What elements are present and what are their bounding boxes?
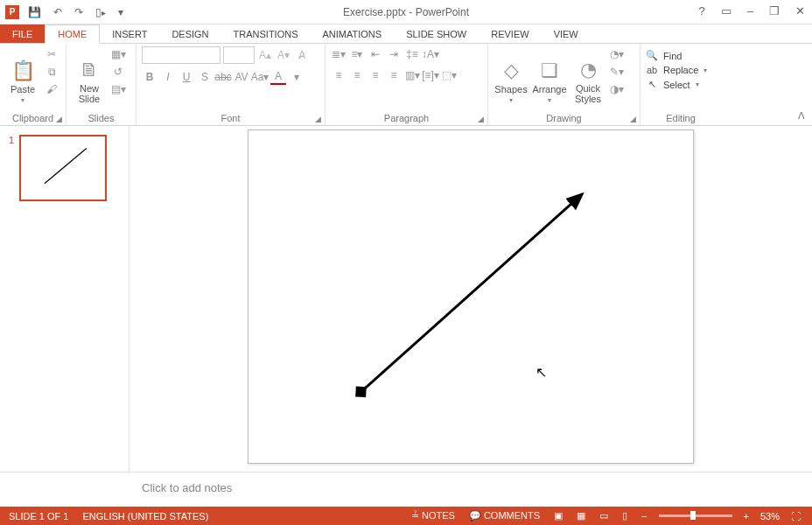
underline-icon[interactable]: U (178, 69, 194, 85)
line-spacing-icon[interactable]: ‡≡ (404, 46, 420, 62)
slide-counter[interactable]: SLIDE 1 OF 1 (9, 511, 68, 522)
copy-icon[interactable]: ⧉ (44, 64, 60, 80)
new-slide-button[interactable]: 🗎 New Slide (72, 46, 107, 104)
work-area: 1 ↖ (0, 126, 812, 472)
quick-styles-button[interactable]: ◔ Quick Styles (570, 46, 606, 104)
comments-button[interactable]: 💬 COMMENTS (466, 510, 542, 522)
select-button[interactable]: ↖Select▾ (646, 79, 716, 90)
thumbnail-preview[interactable] (19, 135, 107, 201)
language-status[interactable]: ENGLISH (UNITED STATES) (82, 511, 208, 522)
tab-file[interactable]: FILE (0, 24, 45, 43)
ribbon: 📋 Paste ▾ ✂ ⧉ 🖌 Clipboard◢ 🗎 New Slide ▦… (0, 44, 812, 126)
find-button[interactable]: 🔍Find (646, 50, 716, 61)
tab-animations[interactable]: ANIMATIONS (311, 24, 395, 43)
slide[interactable]: ↖ (248, 130, 694, 464)
dialog-launcher-icon[interactable]: ◢ (478, 115, 484, 123)
shape-outline-icon[interactable]: ✎▾ (609, 64, 625, 80)
minimize-icon[interactable]: – (744, 3, 757, 19)
numbering-icon[interactable]: ≡▾ (349, 46, 365, 62)
find-icon: 🔍 (646, 50, 658, 61)
text-direction-icon[interactable]: ↕A▾ (423, 46, 438, 62)
canvas-area: ↖ (130, 126, 812, 472)
smartart-icon[interactable]: ⬚▾ (441, 67, 457, 83)
font-color-icon[interactable]: A (270, 69, 286, 85)
shapes-button[interactable]: ◇ Shapes▾ (494, 46, 528, 104)
sorter-view-icon[interactable]: ▦ (574, 510, 588, 522)
paste-button[interactable]: 📋 Paste ▾ (5, 46, 40, 104)
notes-placeholder[interactable]: Click to add notes (142, 481, 800, 494)
help-icon[interactable]: ? (696, 3, 709, 19)
bold-icon[interactable]: B (142, 69, 158, 85)
reset-icon[interactable]: ↺ (110, 64, 126, 80)
tab-home[interactable]: HOME (45, 24, 100, 44)
app-icon: P (5, 5, 19, 19)
start-from-beginning-icon[interactable]: ▯▸ (92, 4, 109, 20)
restore-icon[interactable]: ❐ (766, 3, 783, 19)
tab-slideshow[interactable]: SLIDE SHOW (394, 24, 479, 43)
tab-transitions[interactable]: TRANSITIONS (221, 24, 311, 43)
tab-design[interactable]: DESIGN (159, 24, 220, 43)
arrange-button[interactable]: ❏ Arrange▾ (532, 46, 567, 104)
strikethrough-icon[interactable]: abc (215, 69, 231, 85)
justify-icon[interactable]: ≡ (386, 67, 402, 83)
title-bar: P 💾 ↶ ↷ ▯▸ ▾ Exercise.pptx - PowerPoint … (0, 0, 812, 24)
replace-button[interactable]: abReplace▾ (646, 65, 716, 75)
format-painter-icon[interactable]: 🖌 (44, 81, 60, 97)
ribbon-options-icon[interactable]: ▭ (718, 3, 735, 19)
font-size-combo[interactable] (223, 46, 255, 64)
section-icon[interactable]: ▤▾ (110, 81, 126, 97)
tab-view[interactable]: VIEW (542, 24, 591, 43)
columns-icon[interactable]: ▥▾ (404, 67, 420, 83)
notes-button[interactable]: ≟ NOTES (409, 510, 458, 522)
align-center-icon[interactable]: ≡ (349, 67, 365, 83)
shape-fill-icon[interactable]: ◔▾ (609, 46, 625, 62)
shape-effects-icon[interactable]: ◑▾ (609, 81, 625, 97)
align-left-icon[interactable]: ≡ (331, 67, 346, 83)
dialog-launcher-icon[interactable]: ◢ (315, 115, 321, 123)
decrease-indent-icon[interactable]: ⇤ (368, 46, 383, 62)
new-slide-icon: 🗎 (80, 59, 99, 81)
zoom-out-icon[interactable]: − (639, 511, 649, 522)
normal-view-icon[interactable]: ▣ (551, 510, 565, 522)
shrink-font-icon[interactable]: A▾ (276, 47, 291, 63)
qat-dropdown-icon[interactable]: ▾ (115, 4, 127, 20)
slideshow-view-icon[interactable]: ▯ (620, 510, 630, 522)
notes-pane[interactable]: Click to add notes (0, 472, 812, 507)
cut-icon[interactable]: ✂ (44, 46, 60, 62)
font-name-combo[interactable] (142, 46, 220, 64)
char-spacing-icon[interactable]: AV (234, 69, 249, 85)
save-icon[interactable]: 💾 (24, 4, 45, 20)
increase-indent-icon[interactable]: ⇥ (386, 46, 402, 62)
dialog-launcher-icon[interactable]: ◢ (630, 115, 636, 123)
clear-formatting-icon[interactable]: A̷ (294, 47, 310, 63)
zoom-slider[interactable] (659, 514, 732, 517)
group-paragraph: ≣▾ ≡▾ ⇤ ⇥ ‡≡ ↕A▾ ≡ ≡ ≡ ≡ ▥▾ [≡]▾ ⬚▾ Para… (326, 44, 488, 125)
new-slide-label: New Slide (79, 83, 100, 104)
zoom-in-icon[interactable]: + (741, 511, 752, 522)
italic-icon[interactable]: I (160, 69, 176, 85)
align-right-icon[interactable]: ≡ (368, 67, 383, 83)
collapse-ribbon-icon[interactable]: ᐱ (798, 110, 805, 122)
zoom-percent[interactable]: 53% (760, 511, 780, 522)
slide-thumbnail[interactable]: 1 (9, 135, 129, 201)
align-text-icon[interactable]: [≡]▾ (423, 67, 438, 83)
layout-icon[interactable]: ▦▾ (110, 46, 126, 62)
group-label: Slides (72, 113, 130, 123)
tab-insert[interactable]: INSERT (100, 24, 159, 43)
change-case-icon[interactable]: Aa▾ (252, 69, 268, 85)
bullets-icon[interactable]: ≣▾ (331, 46, 346, 62)
grow-font-icon[interactable]: A▴ (257, 47, 273, 63)
group-drawing: ◇ Shapes▾ ❏ Arrange▾ ◔ Quick Styles ◔▾ ✎… (488, 44, 640, 125)
close-icon[interactable]: ✕ (792, 3, 808, 19)
canvas-scroll[interactable]: ↖ (130, 126, 812, 472)
arrow-line-shape[interactable] (360, 194, 582, 392)
redo-icon[interactable]: ↷ (71, 4, 87, 20)
slide-panel[interactable]: 1 (0, 126, 130, 472)
dialog-launcher-icon[interactable]: ◢ (56, 115, 62, 123)
shadow-icon[interactable]: S (197, 69, 213, 85)
fit-to-window-icon[interactable]: ⛶ (788, 511, 803, 522)
tab-review[interactable]: REVIEW (479, 24, 541, 43)
highlight-icon[interactable]: ▾ (289, 69, 304, 85)
reading-view-icon[interactable]: ▭ (597, 510, 611, 522)
undo-icon[interactable]: ↶ (50, 4, 66, 20)
